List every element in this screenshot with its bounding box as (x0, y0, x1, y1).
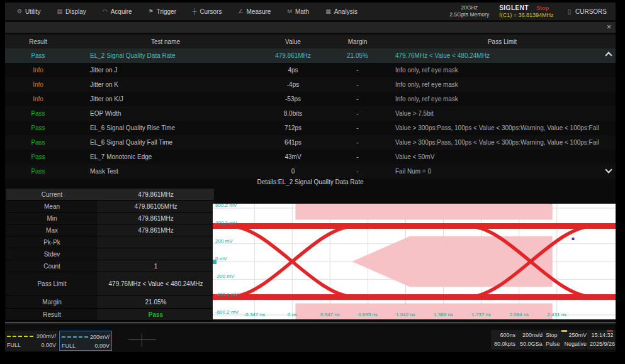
oscilloscope-screen: ⚙Utility▤Display◠Acquire⚑Trigger┼Cursors… (0, 0, 625, 364)
table-cell: Jitter on J (71, 67, 260, 74)
crosshair-icon (128, 333, 156, 347)
menu-item-cursors[interactable]: ┼Cursors (184, 3, 230, 20)
cursors-button[interactable]: ▯ CURSORS (562, 8, 612, 15)
ch1-offset: 0.00V (41, 342, 56, 348)
table-row[interactable]: PassEOP Width8.0bits-Value > 7.5bit (5, 106, 616, 121)
table-cell: Value < 50mV (389, 153, 616, 160)
details-row: Pass Limit479.76MHz < Value < 480.24MHz (6, 272, 214, 295)
table-cell: Pass (5, 124, 71, 131)
menu-item-label: Display (65, 8, 86, 15)
menu-item-label: Measure (246, 8, 271, 15)
brand-block: SIGLENT Stop f(C1) = 36.81394MHz (499, 4, 553, 18)
table-cell: Pass (5, 139, 71, 146)
ch2-offset: 0.00V (94, 343, 110, 349)
svg-text:-600.2 mV: -600.2 mV (215, 309, 239, 315)
table-cell: EL_2 Signal Quality Data Rate (71, 52, 260, 59)
details-value: 21.05% (98, 295, 214, 308)
menu-item-label: Trigger (157, 8, 176, 15)
table-row[interactable]: PassEL_7 Monotonic Edge43mV-Value < 50mV (5, 150, 616, 164)
clock-time: 15:14:32 (590, 331, 615, 340)
menu-item-analysis[interactable]: ▦Analysis (317, 3, 366, 20)
menu-item-label: Cursors (200, 8, 222, 15)
clock-date: 2025/9/26 (590, 340, 615, 349)
utility-icon: ⚙ (17, 8, 22, 14)
channel-1-descriptor[interactable]: 200mV/ FULL 0.00V (5, 331, 58, 351)
table-cell: Pass (5, 168, 71, 175)
menu-item-acquire[interactable]: ◠Acquire (94, 3, 140, 20)
svg-text:600.2 mV: 600.2 mV (215, 204, 237, 208)
ui-root: ⚙Utility▤Display◠Acquire⚑Trigger┼Cursors… (5, 3, 616, 352)
memory-label: 2.5Gpts Memory (449, 11, 489, 18)
trigger-icon: ⚑ (149, 8, 154, 14)
table-cell: 4ps (260, 67, 326, 74)
trigger-type: Pulse (546, 340, 560, 349)
table-cell: Info only, ref eye mask (389, 96, 616, 102)
trigger-status: Stop (546, 331, 560, 340)
table-cell: Jitter on K (71, 81, 260, 88)
table-row[interactable]: InfoJitter on K/J-53ps-Info only, ref ey… (5, 92, 616, 106)
table-row[interactable]: PassEL_6 Signal Quality Rise Time712ps-V… (5, 121, 616, 135)
ch1-trace-style-icon (7, 336, 33, 337)
svg-text:0.695 ns: 0.695 ns (358, 312, 378, 317)
menu-item-measure[interactable]: ∠Measure (230, 3, 279, 20)
menu-item-label: Acquire (111, 8, 132, 15)
table-row[interactable]: PassMask Test0-Fail Num = 0 (5, 164, 616, 179)
table-row[interactable]: PassEL_2 Signal Quality Data Rate479.861… (5, 48, 616, 63)
details-value: 479.861MHz (98, 212, 214, 224)
measurement-readout: f(C1) = 36.81394MHz (499, 12, 553, 18)
trigger-level-icon (561, 330, 567, 332)
details-value: 479.86105MHz (98, 201, 214, 212)
table-cell: Info (5, 81, 71, 88)
details-label: Result (6, 309, 98, 320)
math-icon: M (287, 8, 292, 14)
table-row[interactable]: InfoJitter on K-4ps-Info only, ref eye m… (5, 77, 616, 92)
svg-text:400.1 mV: 400.1 mV (215, 220, 237, 226)
menu-item-label: Analysis (334, 8, 358, 15)
details-value: 479.861MHz (98, 224, 214, 236)
channel-2-descriptor[interactable]: 200mV/ FULL 0.00V (59, 331, 112, 351)
ch2-scale: 200mV/ (90, 334, 110, 340)
menu-item-trigger[interactable]: ⚑Trigger (140, 3, 184, 20)
svg-text:-400.1 mV: -400.1 mV (215, 292, 239, 297)
table-row[interactable]: PassEL_6 Signal Quality Fall Time641ps-V… (5, 135, 616, 150)
svg-text:1.737 ns: 1.737 ns (471, 312, 491, 317)
ch1-bandwidth: FULL (7, 342, 21, 348)
table-cell: Value > 300ps:Pass, 100ps < Value < 300p… (389, 139, 616, 146)
table-cell: - (326, 124, 389, 131)
trigger-descriptor[interactable]: Stop 250mV Pulse Negative (543, 330, 585, 350)
svg-text:200 mV: 200 mV (215, 238, 233, 244)
close-icon[interactable]: × (607, 23, 611, 32)
menu-item-math[interactable]: MMath (279, 3, 317, 20)
test-results-table: Result Test name Value Margin Pass Limit… (5, 35, 616, 179)
details-label: Current (6, 189, 98, 200)
datetime-descriptor[interactable]: 15:14:32 2025/9/26 (587, 330, 616, 350)
table-row[interactable]: InfoJitter on J4ps-Info only, ref eye ma… (5, 63, 616, 77)
details-label: Mean (6, 201, 98, 212)
timebase-descriptor[interactable]: 600ns 200ns/div 80.0kpts 50.0GSa/s (491, 330, 541, 350)
timebase-points: 80.0kpts (494, 340, 515, 349)
details-row: Current479.861MHz (6, 189, 214, 201)
details-value (98, 248, 214, 260)
tablet-icon: ▯ (567, 8, 571, 15)
details-row: Mean479.86105MHz (6, 201, 214, 212)
analysis-icon: ▦ (325, 8, 331, 14)
menu-item-display[interactable]: ▤Display (49, 3, 94, 20)
usb-indicator-icon (607, 330, 613, 332)
menu-items: ⚙Utility▤Display◠Acquire⚑Trigger┼Cursors… (9, 3, 366, 20)
acquisition-status[interactable]: Stop (536, 5, 549, 11)
system-info: 20GHz 2.5Gpts Memory (449, 4, 489, 18)
ch2-trace-style-icon (62, 336, 88, 338)
table-cell: 479.76MHz < Value < 480.24MHz (389, 52, 616, 59)
table-cell: Info (5, 67, 71, 74)
col-result: Result (5, 38, 71, 45)
details-title: Details:EL_2 Signal Quality Data Rate (5, 179, 616, 188)
details-row: Max479.861MHz (6, 224, 214, 236)
table-cell: -4ps (260, 81, 326, 88)
menu-item-label: Utility (25, 8, 40, 15)
ch2-bandwidth: FULL (62, 343, 76, 349)
svg-text:-0.347 ns: -0.347 ns (244, 312, 265, 317)
menu-item-utility[interactable]: ⚙Utility (9, 3, 49, 20)
details-label: Margin (6, 295, 98, 308)
table-cell: 43mV (260, 153, 326, 160)
col-test-name: Test name (71, 38, 260, 45)
